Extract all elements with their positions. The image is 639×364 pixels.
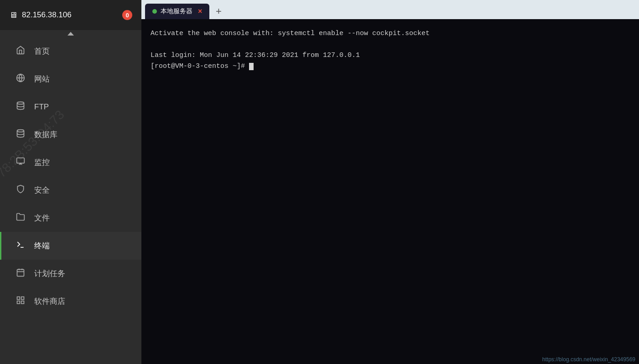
ftp-icon xyxy=(15,101,26,113)
sidebar-item-website-label: 网站 xyxy=(34,74,50,84)
terminal-tab-bar: 本地服务器 × + xyxy=(141,0,639,19)
tab-close-button[interactable]: × xyxy=(198,7,202,15)
sidebar-item-home-label: 首页 xyxy=(34,46,50,56)
svg-rect-15 xyxy=(17,301,20,304)
svg-rect-12 xyxy=(17,297,20,300)
sidebar-item-files[interactable]: 文件 xyxy=(0,204,141,232)
sidebar-item-monitor[interactable]: 监控 xyxy=(0,149,141,176)
svg-rect-14 xyxy=(21,301,24,304)
new-tab-button[interactable]: + xyxy=(211,4,226,19)
sidebar-item-ftp-label: FTP xyxy=(34,103,49,112)
terminal-cursor xyxy=(249,63,254,70)
sidebar-item-website[interactable]: 网站 xyxy=(0,65,141,93)
terminal-prompt: [root@VM-0-3-centos ~]# xyxy=(151,62,249,70)
status-url: https://blog.csdn.net/weixin_42349569 xyxy=(542,356,635,363)
sidebar-item-home[interactable]: 首页 xyxy=(0,37,141,65)
website-icon xyxy=(15,73,26,85)
terminal-tab-label: 本地服务器 xyxy=(161,7,192,15)
terminal-output[interactable]: Activate the web console with: systemctl… xyxy=(141,19,639,364)
tab-active-dot xyxy=(152,9,157,14)
sidebar-item-database[interactable]: 数据库 xyxy=(0,121,141,149)
sidebar-item-cron[interactable]: 计划任务 xyxy=(0,260,141,287)
sidebar: 🖥 82.156.38.106 0 首页 网站 FTP xyxy=(0,0,141,364)
scroll-indicator xyxy=(0,30,141,37)
sidebar-nav: 首页 网站 FTP 数据库 监控 xyxy=(0,37,141,364)
sidebar-item-terminal-label: 终端 xyxy=(34,241,50,251)
status-bar: https://blog.csdn.net/weixin_42349569 xyxy=(539,355,639,364)
security-icon xyxy=(15,185,26,196)
svg-point-4 xyxy=(17,130,24,132)
terminal-line-4: [root@VM-0-3-centos ~]# xyxy=(151,61,630,72)
svg-marker-0 xyxy=(68,32,74,36)
svg-point-3 xyxy=(17,102,24,104)
monitor-icon: 🖥 xyxy=(9,10,17,20)
sidebar-item-monitor-label: 监控 xyxy=(34,157,50,168)
software-icon xyxy=(15,296,26,307)
sidebar-item-files-label: 文件 xyxy=(34,213,50,223)
monitor-nav-icon xyxy=(15,157,26,168)
sidebar-item-security-label: 安全 xyxy=(34,185,50,195)
sidebar-item-cron-label: 计划任务 xyxy=(34,268,65,279)
terminal-line-3: Last login: Mon Jun 14 22:36:29 2021 fro… xyxy=(151,50,630,61)
svg-rect-5 xyxy=(17,158,25,164)
sidebar-item-software[interactable]: 软件商店 xyxy=(0,287,141,315)
sidebar-item-ftp[interactable]: FTP xyxy=(0,93,141,121)
sidebar-item-security[interactable]: 安全 xyxy=(0,176,141,204)
sidebar-item-database-label: 数据库 xyxy=(34,129,57,140)
sidebar-item-software-label: 软件商店 xyxy=(34,296,65,307)
files-icon xyxy=(15,212,26,224)
notification-badge: 0 xyxy=(122,10,132,20)
terminal-line-2 xyxy=(151,39,630,50)
svg-rect-13 xyxy=(21,297,24,300)
main-content: 78:2B:55:D4:73 78:2B:46:53:D4:73 78:2B:4… xyxy=(141,0,639,364)
database-icon xyxy=(15,129,26,140)
home-icon xyxy=(15,46,26,57)
server-title: 82.156.38.106 xyxy=(22,10,122,20)
svg-rect-8 xyxy=(17,269,24,276)
sidebar-item-terminal[interactable]: 终端 xyxy=(0,232,141,260)
terminal-line-1: Activate the web console with: systemctl… xyxy=(151,28,630,39)
cron-icon xyxy=(15,268,26,279)
terminal-tab-local[interactable]: 本地服务器 × xyxy=(145,4,209,19)
sidebar-header: 🖥 82.156.38.106 0 xyxy=(0,0,141,30)
terminal-icon xyxy=(15,240,26,251)
